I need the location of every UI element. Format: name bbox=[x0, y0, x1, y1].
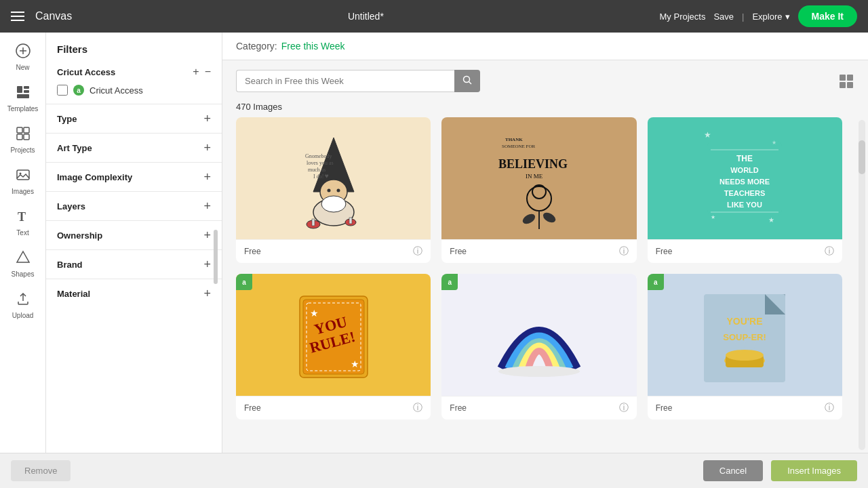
filter-section-material-header[interactable]: Material + bbox=[57, 287, 211, 300]
filter-section-image-complexity-title: Image Complexity bbox=[57, 172, 132, 182]
make-it-button[interactable]: Make It bbox=[798, 5, 857, 27]
image-card-4-info[interactable]: ⓘ bbox=[413, 402, 422, 414]
cricut-access-label: Cricut Access bbox=[90, 85, 143, 96]
search-input[interactable] bbox=[236, 70, 454, 92]
content-scrollbar[interactable] bbox=[859, 120, 865, 450]
sidebar-item-shapes[interactable]: Shapes bbox=[3, 245, 43, 283]
sidebar-item-new[interactable]: New bbox=[3, 38, 43, 77]
svg-rect-11 bbox=[17, 170, 29, 180]
remove-button[interactable]: Remove bbox=[11, 460, 71, 481]
explore-button[interactable]: Explore ▾ bbox=[752, 12, 789, 22]
svg-text:THE: THE bbox=[736, 154, 753, 163]
image-card-6-label: Free bbox=[656, 403, 673, 413]
svg-rect-19 bbox=[847, 75, 853, 81]
content-toolbar bbox=[222, 60, 868, 102]
projects-icon bbox=[16, 126, 31, 144]
svg-rect-21 bbox=[847, 82, 853, 88]
svg-text:T: T bbox=[18, 210, 26, 224]
svg-text:LIKE YOU: LIKE YOU bbox=[727, 201, 762, 209]
image-card-3-info[interactable]: ⓘ bbox=[825, 245, 834, 258]
image-count: 470 Images bbox=[222, 102, 868, 117]
category-value[interactable]: Free this Week bbox=[281, 41, 345, 52]
filter-section-image-complexity-header[interactable]: Image Complexity + bbox=[57, 171, 211, 183]
svg-point-44 bbox=[521, 212, 536, 226]
image-card-1-info[interactable]: ⓘ bbox=[413, 245, 422, 258]
filter-section-image-complexity-expand[interactable]: + bbox=[203, 171, 211, 183]
sidebar-item-label-projects: Projects bbox=[10, 146, 35, 154]
sidebar-item-text[interactable]: T Text bbox=[3, 203, 43, 242]
filter-section-material: Material + bbox=[46, 279, 222, 308]
filter-section-art-type-header[interactable]: Art Type + bbox=[57, 142, 211, 154]
filter-section-ownership-expand[interactable]: + bbox=[203, 229, 211, 241]
filter-section-art-type-expand[interactable]: + bbox=[203, 142, 211, 154]
svg-rect-4 bbox=[24, 86, 29, 89]
filter-section-ownership-header[interactable]: Ownership + bbox=[57, 229, 211, 241]
grid-toggle-button[interactable] bbox=[838, 73, 854, 89]
svg-point-45 bbox=[541, 211, 557, 224]
svg-text:♥: ♥ bbox=[325, 172, 329, 180]
image-card-4[interactable]: a YOU RULE! ★ ★ bbox=[236, 274, 431, 420]
image-card-5-info[interactable]: ⓘ bbox=[619, 402, 629, 414]
image-card-1[interactable]: ♥ Gnomebody loves you as much as I do! bbox=[236, 117, 431, 263]
svg-rect-5 bbox=[24, 90, 29, 93]
sidebar-item-templates[interactable]: Templates bbox=[3, 79, 43, 118]
grid-view-icon bbox=[838, 73, 854, 89]
image-card-3[interactable]: ★ ★ ★ ★ THE WORLD NEEDS MORE TEACHERS LI… bbox=[648, 117, 842, 263]
save-button[interactable]: Save bbox=[713, 12, 734, 22]
filter-section-material-expand[interactable]: + bbox=[203, 287, 211, 300]
filter-section-layers-expand[interactable]: + bbox=[203, 200, 211, 212]
filter-section-brand-header[interactable]: Brand + bbox=[57, 258, 211, 270]
svg-rect-6 bbox=[17, 94, 29, 98]
cricut-access-checkbox[interactable] bbox=[57, 85, 68, 96]
svg-text:IN ME: IN ME bbox=[526, 173, 543, 180]
image-card-4-preview: a YOU RULE! ★ ★ bbox=[236, 274, 431, 396]
nav-divider: | bbox=[742, 12, 744, 22]
svg-text:BELIEVING: BELIEVING bbox=[498, 157, 568, 171]
my-projects-link[interactable]: My Projects bbox=[660, 12, 706, 22]
insert-images-button[interactable]: Insert Images bbox=[771, 460, 857, 481]
category-label: Category: bbox=[236, 41, 277, 52]
app-logo: Canvas bbox=[35, 10, 72, 22]
cricut-access-add-button[interactable]: + bbox=[193, 66, 199, 78]
filter-scroll-area: Cricut Access + − a Cricut Access Type + bbox=[46, 60, 222, 453]
filter-section-brand-expand[interactable]: + bbox=[203, 258, 211, 270]
svg-text:YOU'RE: YOU'RE bbox=[727, 316, 763, 327]
image-grid: ♥ Gnomebody loves you as much as I do! bbox=[222, 117, 856, 453]
search-button[interactable] bbox=[454, 70, 480, 92]
cricut-badge-card-6: a bbox=[648, 274, 664, 290]
svg-text:SOMEONE FOR: SOMEONE FOR bbox=[502, 144, 536, 149]
svg-rect-34 bbox=[312, 219, 315, 226]
image-card-5[interactable]: a Free ⓘ bbox=[441, 274, 636, 420]
image-card-6[interactable]: a YOU'RE SOUP-ER! bbox=[648, 274, 842, 420]
image-card-2-info[interactable]: ⓘ bbox=[619, 245, 629, 258]
svg-text:THANK: THANK bbox=[505, 137, 523, 142]
sidebar-item-images[interactable]: Images bbox=[3, 162, 43, 201]
main-layout: New Templates Projects Images T Text bbox=[0, 33, 868, 453]
svg-rect-18 bbox=[840, 75, 846, 81]
svg-point-65 bbox=[498, 366, 580, 377]
document-title[interactable]: Untitled* bbox=[83, 11, 648, 22]
hamburger-menu[interactable] bbox=[11, 12, 24, 21]
cancel-button[interactable]: Cancel bbox=[703, 460, 763, 481]
sidebar-item-label-new: New bbox=[16, 64, 29, 71]
image-card-6-info[interactable]: ⓘ bbox=[825, 402, 834, 414]
sidebar-item-projects[interactable]: Projects bbox=[3, 121, 43, 159]
filter-section-layers-header[interactable]: Layers + bbox=[57, 200, 211, 212]
svg-text:loves you as: loves you as bbox=[307, 160, 334, 166]
filter-scrollbar[interactable] bbox=[214, 230, 218, 284]
image-card-2[interactable]: THANK SOMEONE FOR BELIEVING IN ME bbox=[441, 117, 636, 263]
cricut-access-remove-button[interactable]: − bbox=[205, 66, 211, 78]
image-card-2-label: Free bbox=[450, 247, 467, 256]
cricut-badge: a bbox=[73, 85, 84, 96]
cricut-access-title: Cricut Access bbox=[57, 67, 115, 77]
gnome-illustration: ♥ Gnomebody loves you as much as I do! bbox=[286, 124, 381, 232]
sidebar-item-upload[interactable]: Upload bbox=[3, 286, 43, 325]
filter-section-type-expand[interactable]: + bbox=[203, 113, 211, 125]
filter-panel: Filters Cricut Access + − a Cricut Acces… bbox=[46, 33, 222, 453]
svg-rect-7 bbox=[17, 127, 22, 133]
cricut-access-item: a Cricut Access bbox=[57, 85, 211, 96]
filters-title: Filters bbox=[57, 43, 211, 55]
svg-line-17 bbox=[469, 82, 472, 85]
filter-section-type-header[interactable]: Type + bbox=[57, 113, 211, 125]
svg-rect-10 bbox=[24, 134, 29, 140]
